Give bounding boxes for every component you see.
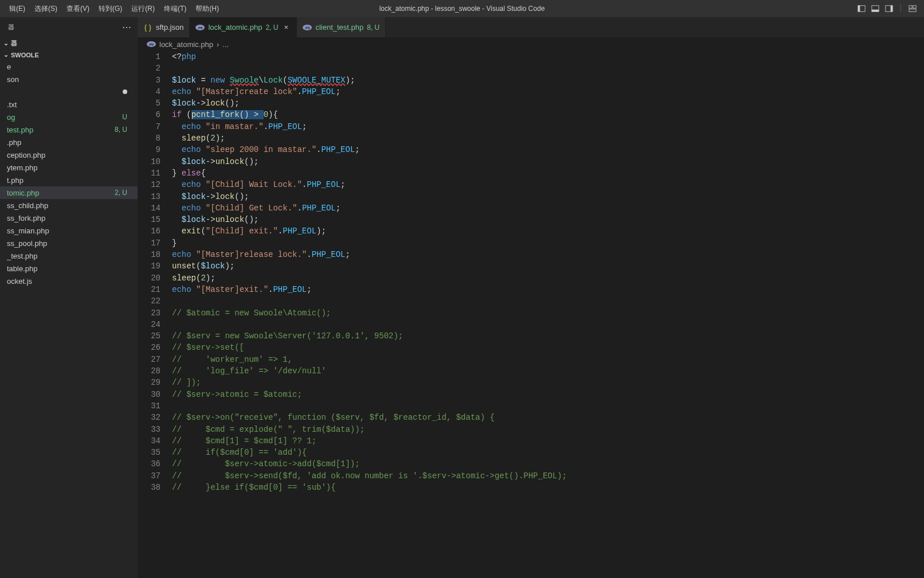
code-line[interactable]: // $cmd = explode(" ", trim($data)); bbox=[172, 424, 924, 435]
panel-right-icon[interactable] bbox=[884, 4, 894, 13]
code-line[interactable]: } else{ bbox=[172, 167, 924, 179]
tab[interactable]: phpclient_test.php8, U bbox=[297, 17, 386, 37]
code-line[interactable] bbox=[172, 295, 924, 307]
menu-item[interactable]: 辑(E) bbox=[5, 2, 30, 16]
code-line[interactable]: // $serv->set([ bbox=[172, 342, 924, 353]
breadcrumb-sep: › bbox=[217, 40, 219, 49]
more-icon[interactable]: ⋯ bbox=[122, 22, 132, 33]
code-line[interactable]: echo "[Master]release lock.".PHP_EOL; bbox=[172, 249, 924, 260]
file-item[interactable]: table.php bbox=[0, 262, 138, 275]
file-name: e bbox=[7, 63, 11, 71]
modified-dot-icon bbox=[123, 89, 127, 94]
panel-bottom-icon[interactable] bbox=[871, 4, 880, 13]
file-item[interactable]: ception.php bbox=[0, 149, 138, 161]
json-icon: { } bbox=[143, 23, 152, 32]
code-line[interactable] bbox=[172, 319, 924, 330]
menu-item[interactable]: 查看(V) bbox=[62, 2, 94, 16]
file-item[interactable]: tomic.php2, U bbox=[0, 186, 138, 199]
chevron-down-icon: ⌄ bbox=[3, 40, 9, 47]
code-line[interactable]: echo "[Child] Get Lock.".PHP_EOL; bbox=[172, 202, 924, 214]
file-item[interactable]: ss_mian.php bbox=[0, 224, 138, 237]
menu-item[interactable]: 运行(R) bbox=[127, 2, 159, 16]
code-line[interactable]: $lock->lock(); bbox=[172, 191, 924, 202]
menu-item[interactable]: 选择(S) bbox=[30, 2, 62, 16]
code-line[interactable]: echo "in mastar.".PHP_EOL; bbox=[172, 121, 924, 132]
line-number: 30 bbox=[138, 389, 160, 400]
svg-rect-5 bbox=[891, 6, 893, 12]
close-icon[interactable]: × bbox=[281, 23, 291, 32]
code-line[interactable]: echo "[Master]create lock".PHP_EOL; bbox=[172, 86, 924, 97]
code-line[interactable]: } bbox=[172, 237, 924, 249]
code-line[interactable]: // $serv->atomic->add($cmd[1]); bbox=[172, 458, 924, 470]
code-line[interactable]: $lock = new Swoole\Lock(SWOOLE_MUTEX); bbox=[172, 75, 924, 86]
section-project[interactable]: ⌄ SWOOLE bbox=[0, 49, 138, 60]
code-line[interactable]: sleep(2); bbox=[172, 132, 924, 144]
file-item[interactable]: ytem.php bbox=[0, 161, 138, 174]
code-line[interactable]: $lock->lock(); bbox=[172, 97, 924, 109]
file-item[interactable] bbox=[0, 85, 138, 98]
line-number: 11 bbox=[138, 167, 160, 179]
menu-item[interactable]: 转到(G) bbox=[94, 2, 127, 16]
file-name: ss_fork.php bbox=[7, 214, 45, 222]
code-line[interactable]: // $atomic = new Swoole\Atomic(); bbox=[172, 307, 924, 319]
code-line[interactable]: exit("[Child] exit.".PHP_EOL); bbox=[172, 225, 924, 237]
menu-item[interactable]: 帮助(H) bbox=[191, 2, 224, 16]
line-number: 9 bbox=[138, 144, 160, 155]
tab[interactable]: phplock_atomic.php2, U× bbox=[190, 17, 297, 37]
code-line[interactable] bbox=[172, 63, 924, 74]
menu-item[interactable]: 终端(T) bbox=[159, 2, 191, 16]
code-line[interactable]: // ]); bbox=[172, 377, 924, 388]
code-line[interactable]: $lock->unlock(); bbox=[172, 214, 924, 225]
code-line[interactable]: echo "[Child] Wait Lock.".PHP_EOL; bbox=[172, 179, 924, 190]
file-item[interactable]: t.php bbox=[0, 174, 138, 186]
code-line[interactable]: // 'log_file' => '/dev/null' bbox=[172, 365, 924, 377]
file-item[interactable]: .txt bbox=[0, 98, 138, 111]
code-line[interactable]: <?php bbox=[172, 51, 924, 63]
customize-layout-icon[interactable] bbox=[908, 4, 917, 13]
line-number: 28 bbox=[138, 365, 160, 377]
file-name: ss_mian.php bbox=[7, 226, 49, 235]
file-name: ocket.js bbox=[7, 277, 32, 286]
file-item[interactable]: ss_pool.php bbox=[0, 237, 138, 249]
file-name: _test.php bbox=[7, 252, 38, 260]
tab[interactable]: { }sftp.json bbox=[138, 17, 190, 37]
file-item[interactable]: ocket.js bbox=[0, 275, 138, 287]
code-content[interactable]: <?php $lock = new Swoole\Lock(SWOOLE_MUT… bbox=[172, 51, 924, 578]
file-item[interactable]: e bbox=[0, 60, 138, 73]
file-item[interactable]: ogU bbox=[0, 111, 138, 123]
panel-left-icon[interactable] bbox=[857, 4, 866, 13]
line-number: 25 bbox=[138, 330, 160, 342]
code-line[interactable]: // $serv->atomic = $atomic; bbox=[172, 389, 924, 400]
code-line[interactable]: // $serv->on("receive", function ($serv,… bbox=[172, 412, 924, 423]
code-line[interactable]: echo "sleep 2000 in mastar.".PHP_EOL; bbox=[172, 144, 924, 155]
section-open-editors[interactable]: ⌄ 器 bbox=[0, 37, 138, 49]
code-line[interactable]: // $serv = new Swoole\Server('127.0.0.1'… bbox=[172, 330, 924, 342]
code-line[interactable]: if (pcntl_fork() > 0){ bbox=[172, 109, 924, 120]
line-number: 26 bbox=[138, 342, 160, 353]
code-line[interactable]: // 'worker_num' => 1, bbox=[172, 354, 924, 365]
file-item[interactable]: .php bbox=[0, 136, 138, 149]
code-editor[interactable]: 1234567891011121314151617181920212223242… bbox=[138, 51, 924, 578]
code-line[interactable]: // }else if($cmd[0] == 'sub'){ bbox=[172, 482, 924, 493]
file-name: table.php bbox=[7, 264, 38, 273]
code-line[interactable] bbox=[172, 400, 924, 412]
file-item[interactable]: son bbox=[0, 73, 138, 85]
line-number: 16 bbox=[138, 225, 160, 237]
file-item[interactable]: test.php8, U bbox=[0, 123, 138, 136]
code-line[interactable]: unset($lock); bbox=[172, 260, 924, 272]
code-line[interactable]: // $serv->send($fd, 'add ok.now number i… bbox=[172, 470, 924, 482]
file-item[interactable]: ss_child.php bbox=[0, 199, 138, 212]
tab-badge: 2, U bbox=[265, 24, 278, 32]
file-item[interactable]: ss_fork.php bbox=[0, 212, 138, 224]
code-line[interactable]: // if($cmd[0] == 'add'){ bbox=[172, 447, 924, 458]
file-name: .php bbox=[7, 138, 21, 147]
code-line[interactable]: // $cmd[1] = $cmd[1] ?? 1; bbox=[172, 435, 924, 447]
file-item[interactable]: _test.php bbox=[0, 249, 138, 262]
code-line[interactable]: sleep(2); bbox=[172, 272, 924, 284]
code-line[interactable]: $lock->unlock(); bbox=[172, 156, 924, 167]
code-line[interactable]: echo "[Master]exit.".PHP_EOL; bbox=[172, 284, 924, 295]
file-badge: 2, U bbox=[115, 189, 127, 197]
breadcrumb[interactable]: php lock_atomic.php › ... bbox=[138, 37, 924, 51]
php-icon: php bbox=[147, 41, 156, 47]
svg-rect-1 bbox=[858, 6, 860, 12]
